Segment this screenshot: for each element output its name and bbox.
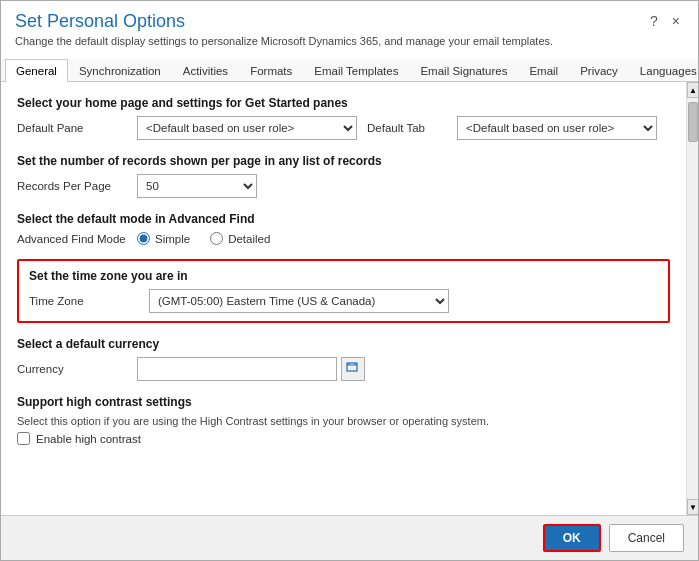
- tab-synchronization[interactable]: Synchronization: [68, 59, 172, 82]
- cancel-button[interactable]: Cancel: [609, 524, 684, 552]
- radio-detailed-input[interactable]: [210, 232, 223, 245]
- currency-section: Select a default currency Currency: [17, 337, 670, 381]
- dialog-footer: OK Cancel: [1, 515, 698, 560]
- default-pane-label: Default Pane: [17, 122, 127, 134]
- home-page-title: Select your home page and settings for G…: [17, 96, 670, 110]
- default-pane-dropdown[interactable]: <Default based on user role>: [137, 116, 357, 140]
- tab-email-templates[interactable]: Email Templates: [303, 59, 409, 82]
- currency-input-row: [137, 357, 365, 381]
- lookup-icon: [346, 362, 360, 376]
- ok-button[interactable]: OK: [543, 524, 601, 552]
- advanced-find-field: Advanced Find Mode Simple Detailed: [17, 232, 670, 245]
- currency-title: Select a default currency: [17, 337, 670, 351]
- time-zone-field: Time Zone (GMT-05:00) Eastern Time (US &…: [29, 289, 658, 313]
- radio-simple[interactable]: Simple: [137, 232, 190, 245]
- high-contrast-subtitle: Select this option if you are using the …: [17, 415, 670, 427]
- default-tab-label: Default Tab: [367, 122, 447, 134]
- scrollbar-thumb[interactable]: [688, 102, 698, 142]
- advanced-find-radio-group: Simple Detailed: [137, 232, 270, 245]
- dialog: Set Personal Options ? × Change the defa…: [0, 0, 699, 561]
- scrollbar-arrow-down[interactable]: ▼: [687, 499, 698, 515]
- advanced-find-title: Select the default mode in Advanced Find: [17, 212, 670, 226]
- default-tab-dropdown[interactable]: <Default based on user role>: [457, 116, 657, 140]
- help-icon[interactable]: ?: [646, 13, 662, 29]
- home-page-fields: Default Pane <Default based on user role…: [17, 116, 670, 140]
- records-per-page-field: Records Per Page 50: [17, 174, 670, 198]
- close-icon[interactable]: ×: [668, 13, 684, 29]
- radio-detailed-label: Detailed: [228, 233, 270, 245]
- tab-activities[interactable]: Activities: [172, 59, 239, 82]
- tab-email[interactable]: Email: [518, 59, 569, 82]
- radio-simple-label: Simple: [155, 233, 190, 245]
- time-zone-dropdown[interactable]: (GMT-05:00) Eastern Time (US & Canada): [149, 289, 449, 313]
- high-contrast-checkbox[interactable]: [17, 432, 30, 445]
- dialog-window-controls: ? ×: [646, 13, 684, 29]
- tab-languages[interactable]: Languages: [629, 59, 699, 82]
- advanced-find-section: Select the default mode in Advanced Find…: [17, 212, 670, 245]
- tab-privacy[interactable]: Privacy: [569, 59, 629, 82]
- records-per-page-section: Set the number of records shown per page…: [17, 154, 670, 198]
- advanced-find-label: Advanced Find Mode: [17, 233, 127, 245]
- currency-lookup-button[interactable]: [341, 357, 365, 381]
- high-contrast-section: Support high contrast settings Select th…: [17, 395, 670, 445]
- dialog-title: Set Personal Options: [15, 11, 185, 32]
- time-zone-section: Set the time zone you are in Time Zone (…: [17, 259, 670, 323]
- currency-label: Currency: [17, 363, 127, 375]
- dialog-body: Select your home page and settings for G…: [1, 82, 686, 515]
- time-zone-title: Set the time zone you are in: [29, 269, 658, 283]
- tab-email-signatures[interactable]: Email Signatures: [409, 59, 518, 82]
- records-per-page-label: Records Per Page: [17, 180, 127, 192]
- home-page-section: Select your home page and settings for G…: [17, 96, 670, 140]
- dialog-subtitle: Change the default display settings to p…: [15, 35, 684, 47]
- time-zone-label: Time Zone: [29, 295, 139, 307]
- radio-simple-input[interactable]: [137, 232, 150, 245]
- records-per-page-title: Set the number of records shown per page…: [17, 154, 670, 168]
- high-contrast-title: Support high contrast settings: [17, 395, 670, 409]
- scrollbar-arrow-up[interactable]: ▲: [687, 82, 698, 98]
- radio-detailed[interactable]: Detailed: [210, 232, 270, 245]
- high-contrast-checkbox-label: Enable high contrast: [36, 433, 141, 445]
- records-per-page-dropdown[interactable]: 50: [137, 174, 257, 198]
- tab-general[interactable]: General: [5, 59, 68, 82]
- currency-input[interactable]: [137, 357, 337, 381]
- tab-bar: General Synchronization Activities Forma…: [1, 59, 698, 82]
- tab-formats[interactable]: Formats: [239, 59, 303, 82]
- content-area: Select your home page and settings for G…: [1, 82, 698, 515]
- dialog-header: Set Personal Options ? × Change the defa…: [1, 1, 698, 51]
- scrollbar: ▲ ▼: [686, 82, 698, 515]
- currency-field: Currency: [17, 357, 670, 381]
- high-contrast-checkbox-row[interactable]: Enable high contrast: [17, 432, 670, 445]
